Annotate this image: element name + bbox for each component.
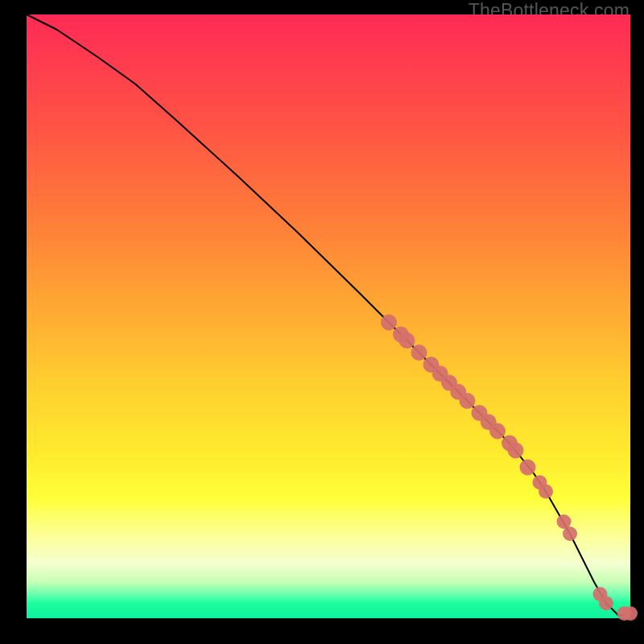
chart-marker — [460, 393, 476, 409]
chart-svg — [27, 14, 630, 618]
chart-markers — [381, 315, 638, 621]
chart-marker — [381, 315, 397, 331]
chart-marker — [520, 460, 536, 476]
chart-marker — [399, 332, 415, 349]
chart-plot-area — [27, 14, 630, 618]
chart-marker — [539, 485, 553, 499]
chart-marker — [563, 526, 577, 541]
bottleneck-curve — [27, 14, 630, 615]
chart-marker — [411, 345, 427, 361]
chart-marker — [508, 443, 524, 459]
chart-marker — [623, 606, 638, 621]
chart-marker — [489, 423, 506, 440]
chart-marker — [599, 596, 613, 610]
